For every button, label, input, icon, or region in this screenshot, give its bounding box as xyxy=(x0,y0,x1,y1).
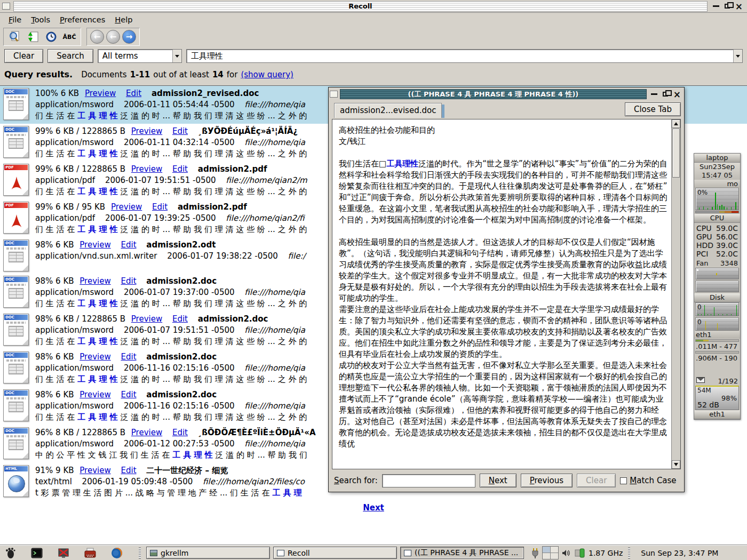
show-query-link[interactable]: (show query) xyxy=(241,70,293,79)
maximize-icon[interactable] xyxy=(663,92,668,97)
scroll-down-icon[interactable] xyxy=(672,460,680,469)
result-date: 2006-11-16 02:15:16 -0500 xyxy=(124,401,235,411)
find-next-button[interactable]: Next xyxy=(480,474,516,487)
wireless-chart: 54M 98% 52 dB xyxy=(695,386,739,410)
history-icon[interactable] xyxy=(43,29,59,44)
preview-link[interactable]: Preview xyxy=(80,240,110,250)
sort-icon[interactable] xyxy=(25,29,41,44)
preview-link[interactable]: Preview xyxy=(80,352,110,362)
edit-link[interactable]: Edit xyxy=(172,126,188,136)
preview-scrollbar[interactable] xyxy=(671,119,680,469)
result-meta: 98% 6 KB xyxy=(35,276,74,286)
menu-preferences[interactable]: Preferences xyxy=(55,14,109,25)
search-button[interactable]: Search xyxy=(47,49,93,63)
cpufreq-icon[interactable] xyxy=(575,548,585,558)
preview-text[interactable]: 高校招生的社会功能和目的文/钱江我们生活在□工具理性泛滥的时代。作为“世之显学”… xyxy=(332,119,671,469)
result-url: file:///home/qia xyxy=(244,100,305,109)
task-recoll[interactable]: Recoll xyxy=(273,547,397,559)
maximize-icon[interactable] xyxy=(725,4,730,9)
find-previous-button[interactable]: Previous xyxy=(521,474,573,487)
query-input[interactable]: 工具理性 xyxy=(186,49,743,63)
mail-count: 1/192 xyxy=(718,377,738,386)
pdf-icon: PDF xyxy=(3,164,29,196)
scroll-up-icon[interactable] xyxy=(672,119,680,128)
net-activity-strip xyxy=(695,339,739,342)
window-menu-icon[interactable] xyxy=(330,91,338,98)
taskbar-clock[interactable]: Sun Sep 23, 3:47 PM xyxy=(635,549,724,557)
chevron-down-icon[interactable] xyxy=(172,50,181,62)
toolbar: ÅBĈ ← ← → xyxy=(0,27,747,47)
clear-button[interactable]: Clear xyxy=(4,49,43,63)
cpu-frequency: 1.87 GHz xyxy=(589,549,623,557)
preview-link[interactable]: Preview xyxy=(80,276,110,286)
task-gkrellm[interactable]: gkrellm xyxy=(146,547,270,559)
titlebar[interactable]: Recoll × xyxy=(0,0,747,13)
result-date: 2006-01-12 00:27:53 -0500 xyxy=(124,439,235,449)
close-icon[interactable]: × xyxy=(673,91,681,98)
preview-link[interactable]: Preview xyxy=(131,428,162,437)
chevron-down-icon[interactable] xyxy=(733,50,742,62)
find-input[interactable] xyxy=(382,474,475,487)
edit-link[interactable]: Edit xyxy=(121,390,137,399)
speaker-icon[interactable] xyxy=(562,549,571,557)
preview-titlebar[interactable]: ((工 PHRASE 4 具 PHRASE 4 理 PHRASE 4 性)) × xyxy=(330,89,683,100)
preview-link[interactable]: Preview xyxy=(131,126,162,136)
close-icon[interactable]: × xyxy=(735,3,743,10)
edit-link[interactable]: Edit xyxy=(121,352,137,362)
terminal-icon[interactable] xyxy=(30,547,44,559)
edit-link[interactable]: Edit xyxy=(172,428,188,437)
edit-link[interactable]: Edit xyxy=(121,240,137,250)
nav-back-icon[interactable]: ← xyxy=(90,30,104,44)
preview-link[interactable]: Preview xyxy=(131,314,162,324)
firefox-icon[interactable] xyxy=(110,547,124,559)
preview-doc-icon[interactable] xyxy=(7,29,23,44)
preview-link[interactable]: Preview xyxy=(131,164,162,174)
window-menu-icon[interactable] xyxy=(2,3,10,10)
result-meta: 100% 6 KB xyxy=(35,89,79,98)
plug-icon[interactable] xyxy=(531,548,539,558)
result-meta: 98% 6 KB xyxy=(35,352,74,362)
next-page-link[interactable]: Next xyxy=(363,503,384,513)
gkrellm-clock: Sun23Sep 15:47 05 xyxy=(694,163,740,180)
term-explorer-icon[interactable]: ÅBĈ xyxy=(61,29,77,44)
temp-label: PCI xyxy=(696,250,708,258)
scroll-thumb[interactable] xyxy=(672,129,680,178)
result-title: admission2_revised.doc xyxy=(152,89,259,98)
task-preview[interactable]: ((工 PHRASE 4 具 PHRASE ... xyxy=(400,547,524,559)
edit-link[interactable]: Edit xyxy=(121,276,137,286)
preview-link[interactable]: Preview xyxy=(111,202,142,212)
pager-icon[interactable] xyxy=(542,546,559,559)
menu-tools[interactable]: Tools xyxy=(27,14,54,25)
preview-link[interactable]: Preview xyxy=(85,89,116,98)
typewriter-icon[interactable] xyxy=(83,547,97,559)
edit-link[interactable]: Edit xyxy=(126,89,141,98)
checkbox-icon[interactable] xyxy=(620,477,627,484)
edit-link[interactable]: Edit xyxy=(121,466,137,475)
lock-display-icon[interactable] xyxy=(57,547,70,559)
gnome-foot-icon[interactable] xyxy=(3,547,17,559)
minimize-icon[interactable] xyxy=(651,93,657,95)
menu-help[interactable]: Help xyxy=(110,14,137,25)
preview-window: ((工 PHRASE 4 具 PHRASE 4 理 PHRASE 4 性)) ×… xyxy=(328,87,685,492)
gkrellm-panel[interactable]: laptop Sun23Sep 15:47 05 mo 0% CPU CPU59… xyxy=(694,153,741,420)
net-db-label: 52 dB xyxy=(697,401,719,409)
preview-tab[interactable]: admission2...evised.doc xyxy=(334,103,442,118)
result-mime: application/msword xyxy=(35,100,114,109)
edit-link[interactable]: Edit xyxy=(172,314,188,324)
edit-link[interactable]: Edit xyxy=(152,202,168,212)
result-title: admission2.pdf xyxy=(178,202,247,212)
match-case-checkbox[interactable]: Match Case xyxy=(620,476,676,485)
drag-handle[interactable] xyxy=(628,547,630,559)
nav-back2-icon[interactable]: ← xyxy=(106,30,120,44)
edit-link[interactable]: Edit xyxy=(172,164,188,174)
nav-forward-icon[interactable]: → xyxy=(122,30,136,44)
drag-handle[interactable] xyxy=(139,547,141,559)
temp-value: 39.0C xyxy=(716,241,738,250)
minimize-icon[interactable] xyxy=(713,5,719,7)
menu-file[interactable]: File xyxy=(4,14,26,25)
preview-link[interactable]: Preview xyxy=(80,466,110,475)
preview-link[interactable]: Preview xyxy=(80,390,110,399)
search-mode-select[interactable]: All terms xyxy=(98,49,182,63)
close-tab-button[interactable]: Close Tab xyxy=(625,102,681,116)
temp-value: 52.0C xyxy=(716,250,738,258)
